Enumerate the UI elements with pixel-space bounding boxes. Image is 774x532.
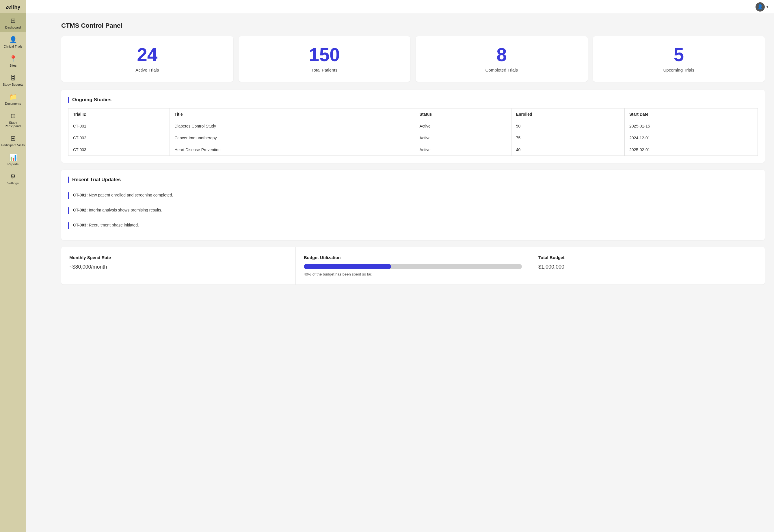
sidebar-label-documents: Documents — [5, 102, 21, 105]
progress-bar-fill — [304, 264, 391, 269]
topbar: 👤 ▾ — [26, 0, 774, 14]
progress-label: 40% of the budget has been spent so far. — [304, 272, 522, 276]
total-budget-title: Total Budget — [538, 255, 757, 260]
title-bar-decoration — [68, 97, 69, 103]
sites-icon: 📍 — [9, 55, 17, 63]
participant-visits-icon: ⊞ — [10, 135, 16, 142]
sidebar-item-settings[interactable]: ⚙ Settings — [0, 169, 26, 188]
title-bar-decoration-2 — [68, 177, 69, 183]
cell-enrolled: 50 — [511, 120, 625, 132]
monthly-spend-title: Monthly Spend Rate — [69, 255, 287, 260]
sidebar-item-documents[interactable]: 📁 Documents — [0, 89, 26, 108]
sidebar-label-clinical-trials: Clinical Trials — [4, 45, 23, 48]
cell-title: Diabetes Control Study — [170, 120, 415, 132]
sidebar-item-dashboard[interactable]: ⊞ Dashboard — [0, 13, 26, 32]
stats-row: 24 Active Trials 150 Total Patients 8 Co… — [61, 36, 765, 82]
sidebar-item-participant-visits[interactable]: ⊞ Participant Visits — [0, 131, 26, 150]
cell-title: Heart Disease Prevention — [170, 144, 415, 156]
sidebar-item-clinical-trials[interactable]: 👤 Clinical Trials — [0, 32, 26, 51]
page-title: CTMS Control Panel — [61, 22, 765, 29]
sidebar-label-reports: Reports — [8, 162, 19, 166]
budget-utilization-title: Budget Utilization — [304, 255, 522, 260]
update-bar — [68, 207, 69, 214]
cell-title: Cancer Immunotherapy — [170, 132, 415, 144]
completed-trials-number: 8 — [422, 46, 581, 64]
update-text: CT-001: New patient enrolled and screeni… — [73, 192, 173, 198]
table-row: CT-002 Cancer Immunotherapy Active 75 20… — [68, 132, 758, 144]
clinical-trials-icon: 👤 — [9, 36, 17, 44]
avatar: 👤 — [756, 2, 765, 12]
documents-icon: 📁 — [9, 93, 17, 101]
sidebar-item-reports[interactable]: 📊 Reports — [0, 150, 26, 169]
update-bar — [68, 222, 69, 229]
cell-start-date: 2024-12-01 — [625, 132, 758, 144]
sidebar-label-study-participants: Study Participants — [1, 121, 25, 128]
main-content: CTMS Control Panel 24 Active Trials 150 … — [52, 14, 774, 532]
list-item: CT-003: Recruitment phase initiated. — [68, 218, 758, 233]
sidebar-item-study-budgets[interactable]: 🎛 Study Budgets — [0, 70, 26, 89]
cell-enrolled: 75 — [511, 132, 625, 144]
update-text: CT-003: Recruitment phase initiated. — [73, 222, 139, 228]
completed-trials-label: Completed Trials — [422, 68, 581, 72]
stat-card-active-trials: 24 Active Trials — [61, 36, 233, 82]
total-patients-label: Total Patients — [246, 68, 404, 72]
sidebar-label-participant-visits: Participant Visits — [1, 143, 25, 147]
reports-icon: 📊 — [9, 154, 17, 161]
update-text: CT-002: Interim analysis shows promising… — [73, 207, 162, 213]
user-menu[interactable]: 👤 ▾ — [756, 2, 768, 12]
table-row: CT-001 Diabetes Control Study Active 50 … — [68, 120, 758, 132]
active-trials-number: 24 — [68, 46, 227, 64]
avatar-icon: 👤 — [757, 4, 763, 10]
budget-section: Monthly Spend Rate ~$80,000/month Budget… — [61, 247, 765, 284]
update-trial-id: CT-001: — [73, 193, 88, 197]
recent-updates-section: Recent Trial Updates CT-001: New patient… — [61, 170, 765, 240]
cell-status: Active — [415, 120, 511, 132]
study-budgets-icon: 🎛 — [10, 74, 16, 82]
updates-list: CT-001: New patient enrolled and screeni… — [68, 188, 758, 233]
ongoing-studies-section: Ongoing Studies Trial ID Title Status En… — [61, 90, 765, 163]
budget-utilization-cell: Budget Utilization 40% of the budget has… — [296, 247, 530, 284]
update-trial-id: CT-003: — [73, 223, 88, 227]
progress-bar-background — [304, 264, 522, 269]
study-participants-icon: ⊡ — [10, 112, 16, 120]
list-item: CT-001: New patient enrolled and screeni… — [68, 188, 758, 203]
upcoming-trials-label: Upcoming Trials — [600, 68, 758, 72]
update-trial-id: CT-002: — [73, 208, 88, 212]
cell-trial-id: CT-002 — [68, 132, 170, 144]
col-enrolled: Enrolled — [511, 108, 625, 120]
active-trials-label: Active Trials — [68, 68, 227, 72]
update-bar — [68, 192, 69, 199]
total-budget-value: $1,000,000 — [538, 264, 757, 270]
app-logo: zelthy — [0, 0, 26, 13]
cell-trial-id: CT-001 — [68, 120, 170, 132]
sidebar-label-dashboard: Dashboard — [5, 26, 21, 29]
recent-updates-title: Recent Trial Updates — [68, 177, 758, 183]
sidebar-label-sites: Sites — [10, 64, 16, 67]
sidebar-item-sites[interactable]: 📍 Sites — [0, 51, 26, 70]
dashboard-icon: ⊞ — [10, 17, 16, 25]
sidebar-label-settings: Settings — [7, 181, 19, 185]
total-patients-number: 150 — [246, 46, 404, 64]
sidebar: zelthy ⊞ Dashboard 👤 Clinical Trials 📍 S… — [0, 0, 26, 532]
stat-card-total-patients: 150 Total Patients — [239, 36, 411, 82]
cell-trial-id: CT-003 — [68, 144, 170, 156]
stat-card-upcoming-trials: 5 Upcoming Trials — [593, 36, 765, 82]
monthly-spend-value: ~$80,000/month — [69, 264, 287, 270]
cell-start-date: 2025-01-15 — [625, 120, 758, 132]
col-start-date: Start Date — [625, 108, 758, 120]
cell-status: Active — [415, 132, 511, 144]
total-budget-cell: Total Budget $1,000,000 — [530, 247, 765, 284]
sidebar-item-study-participants[interactable]: ⊡ Study Participants — [0, 108, 26, 131]
stat-card-completed-trials: 8 Completed Trials — [416, 36, 588, 82]
upcoming-trials-number: 5 — [600, 46, 758, 64]
ongoing-studies-table: Trial ID Title Status Enrolled Start Dat… — [68, 108, 758, 156]
cell-status: Active — [415, 144, 511, 156]
chevron-down-icon: ▾ — [766, 5, 768, 9]
col-trial-id: Trial ID — [68, 108, 170, 120]
col-status: Status — [415, 108, 511, 120]
ongoing-studies-title: Ongoing Studies — [68, 97, 758, 103]
settings-icon: ⚙ — [10, 173, 16, 180]
cell-start-date: 2025-02-01 — [625, 144, 758, 156]
monthly-spend-cell: Monthly Spend Rate ~$80,000/month — [61, 247, 296, 284]
list-item: CT-002: Interim analysis shows promising… — [68, 203, 758, 218]
